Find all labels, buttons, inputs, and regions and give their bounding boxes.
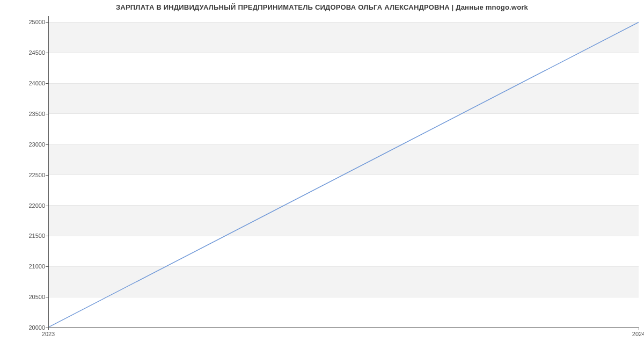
y-tick-label: 23500 bbox=[2, 111, 45, 117]
y-tick-label: 22500 bbox=[2, 172, 45, 178]
y-tick-label: 20000 bbox=[2, 324, 45, 331]
x-tick-mark bbox=[48, 328, 49, 330]
y-tick-mark bbox=[46, 114, 48, 114]
y-tick-mark bbox=[46, 83, 48, 84]
salary-chart: ЗАРПЛАТА В ИНДИВИДУАЛЬНЫЙ ПРЕДПРИНИМАТЕЛ… bbox=[0, 0, 644, 349]
x-tick-label: 2023 bbox=[42, 331, 55, 337]
y-tick-label: 24500 bbox=[2, 49, 45, 56]
y-tick-label: 24000 bbox=[2, 80, 45, 86]
y-tick-mark bbox=[46, 236, 48, 236]
y-tick-mark bbox=[46, 206, 48, 206]
y-tick-label: 20500 bbox=[2, 294, 45, 300]
chart-title: ЗАРПЛАТА В ИНДИВИДУАЛЬНЫЙ ПРЕДПРИНИМАТЕЛ… bbox=[0, 3, 644, 11]
x-tick-label: 2024 bbox=[632, 331, 644, 337]
y-tick-label: 21000 bbox=[2, 263, 45, 270]
x-tick-mark bbox=[639, 328, 639, 330]
line-series bbox=[49, 16, 639, 327]
y-tick-label: 22000 bbox=[2, 202, 45, 209]
y-tick-mark bbox=[46, 297, 48, 297]
y-tick-label: 21500 bbox=[2, 232, 45, 239]
y-tick-mark bbox=[46, 175, 48, 176]
gridline bbox=[49, 328, 639, 328]
y-tick-mark bbox=[46, 22, 48, 23]
plot-area bbox=[48, 16, 639, 328]
y-tick-label: 23000 bbox=[2, 141, 45, 148]
y-tick-mark bbox=[46, 53, 48, 53]
y-tick-label: 25000 bbox=[2, 19, 45, 25]
y-tick-mark bbox=[46, 144, 48, 145]
y-tick-mark bbox=[46, 266, 48, 267]
